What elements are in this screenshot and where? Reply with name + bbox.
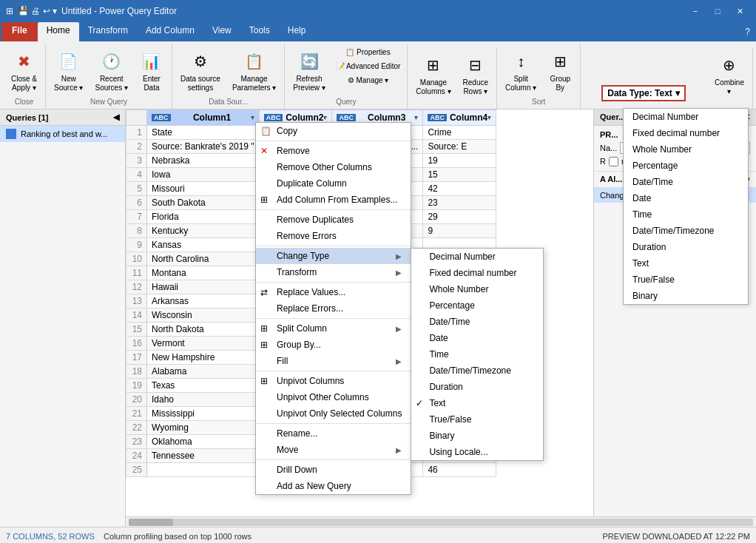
dtype-time[interactable]: Time (624, 206, 748, 223)
dtype-fixed-decimal[interactable]: Fixed decimal number (624, 125, 748, 141)
sub-locale-label: Using Locale... (429, 447, 487, 457)
ctx-move[interactable]: Move ▶ (256, 442, 411, 458)
refresh-preview-button[interactable]: 🔄 RefreshPreview ▾ (288, 46, 330, 96)
ctx-copy[interactable]: 📋 Copy (256, 123, 411, 139)
tab-home[interactable]: Home (38, 22, 79, 41)
row-number: 23 (126, 435, 147, 449)
sub-datetime-tz[interactable]: Date/Time/Timezone (411, 362, 543, 379)
column1-header[interactable]: ABC Column1 ▾ (147, 110, 260, 126)
ctx-remove-errors[interactable]: Remove Errors (256, 228, 411, 244)
datatype-group-label (600, 103, 606, 106)
manage-button[interactable]: ⚙ Manage ▾ (332, 74, 405, 87)
ctx-replace-errors[interactable]: Replace Errors... (256, 300, 411, 317)
dtype-datetime-tz[interactable]: Date/Time/Timezone (624, 223, 748, 239)
tab-help[interactable]: Help (279, 22, 315, 41)
reduce-rows-button[interactable]: ⊟ ReduceRows ▾ (458, 50, 493, 100)
sub-duration[interactable]: Duration (411, 379, 543, 395)
sub-time[interactable]: Time (411, 346, 543, 362)
ctx-add-query[interactable]: Add as New Query (256, 478, 411, 494)
maximize-button[interactable]: □ (707, 3, 728, 19)
sub-locale[interactable]: Using Locale... (411, 444, 543, 460)
help-icon[interactable]: ? (745, 22, 756, 41)
dtype-decimal[interactable]: Decimal Number (624, 109, 748, 125)
tab-view[interactable]: View (203, 22, 240, 41)
ctx-rename-label: Rename... (277, 428, 317, 439)
manage-params-button[interactable]: 📋 ManageParameters ▾ (227, 46, 281, 96)
sub-truefalse[interactable]: True/False (411, 411, 543, 428)
check-icon: ✓ (416, 398, 423, 408)
sub-text[interactable]: ✓ Text (411, 395, 543, 411)
dtype-binary[interactable]: Binary (624, 288, 748, 304)
table-cell: Idaho (147, 393, 260, 407)
ctx-unpivot-selected[interactable]: Unpivot Only Selected Columns (256, 405, 411, 422)
recent-sources-button[interactable]: 🕐 RecentSources ▾ (90, 46, 132, 96)
sidebar-item-ranking[interactable]: Ranking of best and w... (0, 126, 125, 142)
enter-data-label: EnterData (143, 75, 161, 92)
groupby-icon: ⊞ (260, 340, 268, 350)
new-source-button[interactable]: 📄 NewSource ▾ (49, 46, 88, 96)
row-number: 12 (126, 280, 147, 294)
close-apply-button[interactable]: ✖ Close &Apply ▾ (6, 46, 42, 96)
dtype-date[interactable]: Date (624, 190, 748, 206)
advanced-editor-button[interactable]: 📝 Advanced Editor (332, 60, 405, 72)
ctx-fill[interactable]: Fill ▶ (256, 353, 411, 369)
sub-fixed-decimal[interactable]: Fixed decimal number (411, 265, 543, 281)
ctx-change-type[interactable]: Change Type ▶ Decimal Number Fixed decim… (256, 248, 411, 264)
data-source-icon: ⚙ (189, 50, 212, 73)
column4-header[interactable]: ABC Column4 ▾ (423, 110, 496, 126)
dtype-whole[interactable]: Whole Number (624, 141, 748, 158)
app-icon: ⊞ (6, 6, 13, 16)
sub-percentage[interactable]: Percentage (411, 297, 543, 314)
ctx-replace-values[interactable]: ⇄ Replace Values... (256, 284, 411, 300)
ctx-split-column[interactable]: ⊞ Split Column ▶ (256, 320, 411, 337)
split-column-button[interactable]: ↕ SplitColumn ▾ (500, 46, 541, 96)
combine-button[interactable]: ⊕ Combine▾ (709, 50, 749, 100)
row-number: 22 (126, 421, 147, 435)
ctx-group-by[interactable]: ⊞ Group By... (256, 337, 411, 353)
ctx-remove[interactable]: ✕ Remove (256, 143, 411, 159)
minimize-button[interactable]: − (685, 3, 706, 19)
ctx-transform[interactable]: Transform ▶ (256, 264, 411, 280)
tab-transform[interactable]: Transform (79, 22, 137, 41)
ctx-drill-down[interactable]: Drill Down (256, 462, 411, 478)
ctx-remove-other[interactable]: Remove Other Columns (256, 159, 411, 175)
row-number: 1 (126, 126, 147, 140)
dtype-text[interactable]: Text (624, 255, 748, 272)
tab-file[interactable]: File (1, 22, 38, 41)
dtype-panel: Decimal Number Fixed decimal number Whol… (623, 108, 749, 305)
retire-checkbox[interactable] (609, 157, 618, 166)
hscroll-handle (129, 519, 173, 526)
dtype-truefalse[interactable]: True/False (624, 272, 748, 288)
sub-date[interactable]: Date (411, 330, 543, 346)
dtype-datetime[interactable]: Date/Time (624, 174, 748, 190)
sub-text-label: Text (429, 398, 445, 408)
ctx-duplicate[interactable]: Duplicate Column (256, 175, 411, 192)
close-button[interactable]: ✕ (729, 3, 750, 19)
datatype-dropdown[interactable]: Data Type: Text ▾ (601, 85, 686, 101)
sub-decimal[interactable]: Decimal Number (411, 249, 543, 265)
properties-button[interactable]: 📋 Properties (332, 46, 405, 58)
row-number: 21 (126, 407, 147, 421)
sidebar-collapse[interactable]: ◀ (113, 112, 119, 122)
table-cell: Wisconsin (147, 308, 260, 323)
dtype-duration[interactable]: Duration (624, 239, 748, 255)
ctx-remove-dups[interactable]: Remove Duplicates (256, 212, 411, 228)
dtype-percentage[interactable]: Percentage (624, 158, 748, 174)
sub-binary[interactable]: Binary (411, 428, 543, 444)
enter-data-button[interactable]: 📊 EnterData (135, 46, 169, 96)
ctx-unpivot-other[interactable]: Unpivot Other Columns (256, 389, 411, 405)
sub-datetime[interactable]: Date/Time (411, 314, 543, 330)
group-by-button[interactable]: ⊞ GroupBy (543, 46, 577, 96)
ctx-add-from-examples[interactable]: ⊞ Add Column From Examples... (256, 192, 411, 208)
hscroll-bar[interactable] (126, 516, 756, 527)
manage-columns-button[interactable]: ⊞ ManageColumns ▾ (411, 50, 456, 100)
tab-add-column[interactable]: Add Column (137, 22, 203, 41)
tab-tools[interactable]: Tools (240, 22, 279, 41)
change-type-submenu: Decimal Number Fixed decimal number Whol… (411, 248, 544, 461)
ctx-unpivot[interactable]: ⊞ Unpivot Columns (256, 373, 411, 389)
new-source-label: NewSource ▾ (54, 75, 83, 92)
sub-whole[interactable]: Whole Number (411, 281, 543, 297)
ctx-rename[interactable]: Rename... (256, 425, 411, 442)
data-source-settings-button[interactable]: ⚙ Data sourcesettings (175, 46, 226, 96)
ctx-change-type-label: Change Type (277, 251, 329, 261)
